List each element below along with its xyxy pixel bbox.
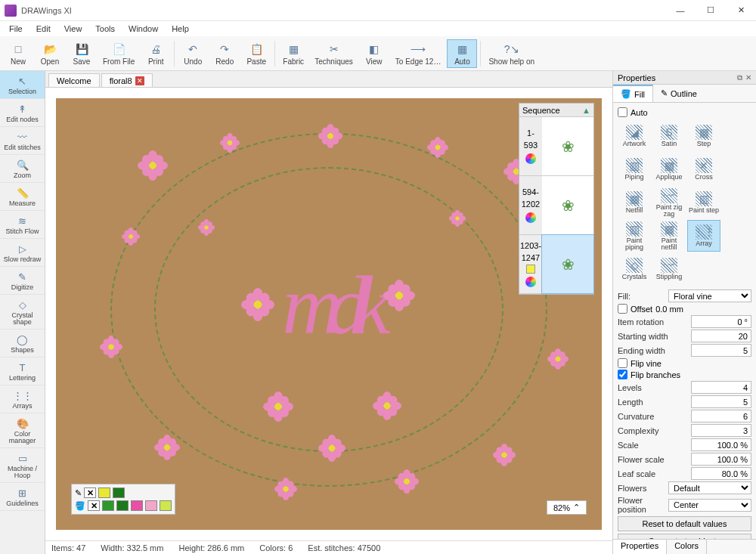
- toolbar-redo[interactable]: ↷Redo: [209, 40, 240, 67]
- sidebar-lettering[interactable]: TLettering: [0, 357, 45, 385]
- foot-tab-colors[interactable]: Colors: [667, 540, 707, 554]
- color-swatch[interactable]: [160, 500, 172, 511]
- flower-scale-input[interactable]: [691, 453, 751, 466]
- toolbar-undo[interactable]: ↶Undo: [178, 40, 208, 67]
- sequence-item[interactable]: 1-593❀: [519, 117, 593, 176]
- flip-vine-checkbox[interactable]: Flip vine: [618, 358, 751, 368]
- sidebar-digitize[interactable]: ✎Digitize: [0, 267, 45, 295]
- colorwheel-icon[interactable]: [525, 212, 536, 223]
- toolbar-open[interactable]: 📂Open: [35, 40, 65, 67]
- toolbar-paste[interactable]: 📋Paste: [241, 40, 271, 67]
- sidebar-slow-redraw[interactable]: ▷Slow redraw: [0, 239, 45, 267]
- sequence-thumbnail[interactable]: ❀: [542, 176, 593, 234]
- filltype-artwork[interactable]: ◢Artwork: [618, 120, 651, 152]
- flip-branches-checkbox[interactable]: Flip branches: [618, 370, 751, 379]
- starting-width-input[interactable]: [691, 330, 751, 342]
- filltype-array[interactable]: ⋮⋮Array: [687, 220, 720, 252]
- levels-input[interactable]: [691, 381, 751, 394]
- pin-icon[interactable]: ⧉: [737, 73, 742, 82]
- toolbar-to-edge-12-[interactable]: ⟶To Edge 12…: [391, 40, 446, 67]
- sidebar-color-manager[interactable]: 🎨Color manager: [0, 413, 45, 448]
- sidebar-edit-stitches[interactable]: 〰Edit stitches: [0, 127, 45, 155]
- color-swatch[interactable]: [102, 500, 114, 511]
- toolbar-print[interactable]: 🖨Print: [141, 40, 171, 67]
- menu-view[interactable]: View: [58, 23, 88, 35]
- tab-fill[interactable]: 🪣Fill: [613, 85, 653, 102]
- filltype-applique[interactable]: ▩Applique: [652, 153, 686, 185]
- menu-tools[interactable]: Tools: [89, 23, 121, 35]
- toolbar-show-help-on[interactable]: ?↘Show help on: [484, 40, 539, 67]
- sidebar-stitch-flow[interactable]: ≋Stitch Flow: [0, 211, 45, 239]
- filltype-paint-zig-zag[interactable]: 〰Paint zig zag: [652, 187, 686, 218]
- reset-defaults-button[interactable]: Reset to default values: [618, 516, 751, 531]
- filltype-paint-piping[interactable]: ▥Paint piping: [618, 220, 651, 252]
- toolbar-view[interactable]: ◧View: [359, 40, 389, 67]
- toolbar-techniques[interactable]: ✂Techniques: [310, 40, 358, 67]
- chevron-up-icon[interactable]: ⌃: [573, 503, 580, 512]
- filltype-paint-step[interactable]: ▥Paint step: [687, 187, 720, 218]
- menu-edit[interactable]: Edit: [30, 23, 57, 35]
- complexity-input[interactable]: [691, 424, 751, 437]
- leaf-scale-input[interactable]: [691, 467, 751, 480]
- no-color-swatch[interactable]: ✕: [88, 500, 100, 511]
- close-panel-icon[interactable]: ✕: [745, 73, 751, 82]
- sidebar-guidelines[interactable]: ⊞Guidelines: [0, 483, 45, 511]
- sidebar-edit-nodes[interactable]: ↟Edit nodes: [0, 99, 45, 127]
- colorwheel-icon[interactable]: [525, 277, 536, 287]
- toolbar-new[interactable]: □New: [3, 40, 33, 67]
- filltype-netfill[interactable]: ▦Netfill: [618, 187, 651, 218]
- menu-file[interactable]: File: [3, 23, 29, 35]
- canvas-area[interactable]: mdk Sequence ▲ 1-593❀594-1202❀1203-1247❀…: [45, 88, 612, 540]
- color-swatch[interactable]: [131, 500, 143, 511]
- flowers-select[interactable]: Default: [668, 481, 751, 494]
- separate-objects-button[interactable]: Separate to objects: [618, 534, 751, 539]
- tab-floral8[interactable]: floral8✕: [101, 73, 153, 87]
- sidebar-zoom[interactable]: 🔍Zoom: [0, 155, 45, 183]
- tab-welcome[interactable]: Welcome: [48, 73, 100, 87]
- sidebar-shapes[interactable]: ◯Shapes: [0, 330, 45, 357]
- embroidery-canvas[interactable]: mdk Sequence ▲ 1-593❀594-1202❀1203-1247❀…: [56, 98, 602, 530]
- toolbar-from-file[interactable]: 📄From File: [98, 40, 139, 67]
- color-swatch[interactable]: [113, 487, 125, 498]
- tab-outline[interactable]: ✎Outline: [653, 85, 705, 101]
- scale-input[interactable]: [691, 438, 751, 451]
- sequence-thumbnail[interactable]: ❀: [542, 235, 593, 293]
- foot-tab-properties[interactable]: Properties: [613, 540, 667, 554]
- filltype-step[interactable]: ▦Step: [687, 120, 720, 152]
- minimize-button[interactable]: —: [665, 0, 696, 21]
- sidebar-machine-hoop[interactable]: ▭Machine / Hoop: [0, 448, 45, 483]
- flower-position-select[interactable]: Center: [668, 499, 751, 512]
- toolbar-save[interactable]: 💾Save: [67, 40, 97, 67]
- sidebar-measure[interactable]: 📏Measure: [0, 183, 45, 211]
- bucket-icon[interactable]: 🪣: [75, 501, 85, 511]
- colorwheel-icon[interactable]: [525, 153, 536, 164]
- color-swatch[interactable]: [116, 500, 129, 511]
- filltype-satin[interactable]: SSatin: [652, 120, 686, 152]
- sequence-item[interactable]: 1203-1247❀: [519, 235, 593, 294]
- color-swatch[interactable]: [98, 487, 110, 498]
- auto-checkbox[interactable]: Auto: [618, 107, 751, 117]
- menu-help[interactable]: Help: [166, 23, 195, 35]
- offset-checkbox[interactable]: Offset0.0 mm: [618, 304, 751, 314]
- filltype-cross[interactable]: ✕Cross: [687, 153, 720, 185]
- sequence-item[interactable]: 594-1202❀: [519, 176, 593, 235]
- sidebar-selection[interactable]: ↖Selection: [0, 71, 45, 99]
- fill-select[interactable]: Floral vine: [668, 289, 751, 302]
- sidebar-crystal-shape[interactable]: ◇Crystal shape: [0, 295, 45, 330]
- eyedropper-icon[interactable]: ✎: [75, 488, 82, 498]
- zoom-level[interactable]: 82% ⌃: [547, 500, 587, 515]
- filltype-paint-netfill[interactable]: ▦Paint netfill: [652, 220, 686, 252]
- sidebar-arrays[interactable]: ⋮⋮Arrays: [0, 385, 45, 413]
- curvature-input[interactable]: [691, 410, 751, 422]
- filltype-crystals[interactable]: ◇Crystals: [618, 253, 651, 285]
- menu-window[interactable]: Window: [122, 23, 164, 35]
- filltype-stippling[interactable]: 〰Stippling: [652, 253, 686, 285]
- color-swatch[interactable]: [145, 500, 157, 511]
- rotation-input[interactable]: [691, 315, 751, 328]
- collapse-icon[interactable]: ▲: [582, 106, 590, 115]
- maximize-button[interactable]: ☐: [696, 0, 726, 21]
- close-tab-icon[interactable]: ✕: [135, 76, 144, 85]
- toolbar-fabric[interactable]: ▦Fabric: [278, 40, 308, 67]
- filltype-piping[interactable]: ▥Piping: [618, 153, 651, 185]
- sequence-thumbnail[interactable]: ❀: [542, 117, 593, 175]
